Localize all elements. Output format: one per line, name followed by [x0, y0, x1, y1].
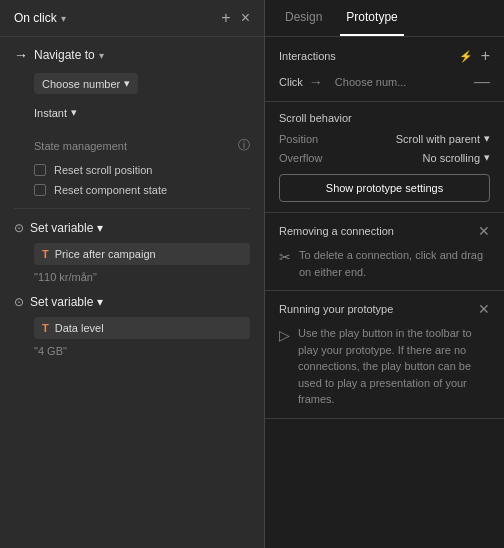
close-panel-button[interactable]: ×: [241, 10, 250, 26]
running-prototype-section: Running your prototype ✕ ▷ Use the play …: [265, 291, 504, 419]
panel-header-actions: + ×: [221, 10, 250, 26]
interactions-header: Interactions ⚡ +: [279, 47, 490, 65]
tab-prototype[interactable]: Prototype: [340, 0, 403, 36]
variable-2-icon: ⊙: [14, 295, 24, 309]
interaction-row: Click → Choose num... —: [279, 73, 490, 91]
interaction-arrow-icon: →: [309, 74, 323, 90]
right-panel: Design Prototype Interactions ⚡ + Click …: [265, 0, 504, 548]
reset-scroll-row[interactable]: Reset scroll position: [34, 164, 250, 176]
overflow-chevron-icon: ▾: [484, 151, 490, 164]
reset-scroll-label: Reset scroll position: [54, 164, 152, 176]
transition-chevron-icon: ▾: [71, 106, 77, 119]
position-row: Position Scroll with parent ▾: [279, 132, 490, 145]
variable-2-chip[interactable]: T Data level: [34, 317, 250, 339]
running-prototype-text: Use the play button in the toolbar to pl…: [298, 325, 490, 408]
right-tabs: Design Prototype: [265, 0, 504, 37]
scroll-behavior-section: Scroll behavior Position Scroll with par…: [265, 102, 504, 213]
navigate-arrow-icon: →: [14, 47, 28, 63]
navigate-to-label[interactable]: Navigate to ▾: [34, 48, 104, 62]
position-label: Position: [279, 133, 318, 145]
variable-2-type-icon: T: [42, 322, 49, 334]
show-prototype-settings-button[interactable]: Show prototype settings: [279, 174, 490, 202]
reset-component-row[interactable]: Reset component state: [34, 184, 250, 196]
delete-interaction-button[interactable]: —: [474, 73, 490, 91]
overflow-row: Overflow No scrolling ▾: [279, 151, 490, 164]
navigate-chevron-icon: ▾: [99, 50, 104, 61]
state-management-header: State management ⓘ: [34, 137, 250, 154]
removing-connection-text: To delete a connection, click and drag o…: [299, 247, 490, 280]
removing-connection-title: Removing a connection: [279, 225, 394, 237]
left-panel: On click ▾ + × → Navigate to ▾ Choose nu…: [0, 0, 265, 548]
interactions-title: Interactions: [279, 50, 336, 62]
set-variable-1-header: ⊙ Set variable ▾: [14, 221, 250, 235]
removing-connection-section: Removing a connection ✕ ✂ To delete a co…: [265, 213, 504, 291]
panel-header: On click ▾ + ×: [0, 0, 264, 37]
reset-scroll-checkbox[interactable]: [34, 164, 46, 176]
removing-connection-body: ✂ To delete a connection, click and drag…: [279, 247, 490, 280]
play-icon: ▷: [279, 327, 290, 343]
interactions-section: Interactions ⚡ + Click → Choose num... —: [265, 37, 504, 102]
removing-connection-close-button[interactable]: ✕: [478, 223, 490, 239]
variable-1-chip[interactable]: T Price after campaign: [34, 243, 250, 265]
set-variable-2-header: ⊙ Set variable ▾: [14, 295, 250, 309]
variable-2-chip-text: Data level: [55, 322, 104, 334]
set-variable-2-chevron-icon: ▾: [97, 295, 103, 309]
add-interaction-right-button[interactable]: +: [481, 47, 490, 65]
variable-1-icon: ⊙: [14, 221, 24, 235]
position-value[interactable]: Scroll with parent ▾: [396, 132, 490, 145]
add-interaction-button[interactable]: +: [221, 10, 230, 26]
position-chevron-icon: ▾: [484, 132, 490, 145]
on-click-title: On click: [14, 11, 57, 25]
reset-component-label: Reset component state: [54, 184, 167, 196]
scroll-behavior-title: Scroll behavior: [279, 112, 352, 124]
interaction-trigger: Click: [279, 76, 303, 88]
variable-2-value: "4 GB": [34, 345, 250, 357]
set-variable-1-label[interactable]: Set variable ▾: [30, 221, 103, 235]
overflow-value[interactable]: No scrolling ▾: [423, 151, 490, 164]
transition-dropdown[interactable]: Instant ▾: [34, 102, 77, 123]
navigate-to-row: → Navigate to ▾: [14, 47, 250, 63]
choose-number-dropdown[interactable]: Choose number ▾: [34, 73, 138, 94]
set-variable-2-label[interactable]: Set variable ▾: [30, 295, 103, 309]
variable-1-type-icon: T: [42, 248, 49, 260]
scissors-icon: ✂: [279, 249, 291, 265]
running-prototype-header: Running your prototype ✕: [279, 301, 490, 317]
divider-1: [14, 208, 250, 209]
removing-connection-header: Removing a connection ✕: [279, 223, 490, 239]
info-icon[interactable]: ⓘ: [238, 137, 250, 154]
scroll-behavior-header: Scroll behavior: [279, 112, 490, 124]
lightning-icon[interactable]: ⚡: [459, 50, 473, 63]
choose-number-row: Choose number ▾: [34, 73, 250, 94]
running-prototype-title: Running your prototype: [279, 303, 393, 315]
overflow-label: Overflow: [279, 152, 322, 164]
state-management-label: State management: [34, 140, 127, 152]
interaction-destination: Choose num...: [335, 76, 474, 88]
running-prototype-close-button[interactable]: ✕: [478, 301, 490, 317]
variable-1-chip-text: Price after campaign: [55, 248, 156, 260]
variable-1-value: "110 kr/mån": [34, 271, 250, 283]
reset-component-checkbox[interactable]: [34, 184, 46, 196]
running-prototype-body: ▷ Use the play button in the toolbar to …: [279, 325, 490, 408]
tab-design[interactable]: Design: [279, 0, 328, 36]
chevron-down-icon[interactable]: ▾: [61, 13, 66, 24]
dropdown-chevron-icon: ▾: [124, 77, 130, 90]
interactions-header-actions: ⚡ +: [459, 47, 490, 65]
panel-header-left: On click ▾: [14, 11, 66, 25]
set-variable-1-chevron-icon: ▾: [97, 221, 103, 235]
panel-body: → Navigate to ▾ Choose number ▾ Instant …: [0, 37, 264, 548]
